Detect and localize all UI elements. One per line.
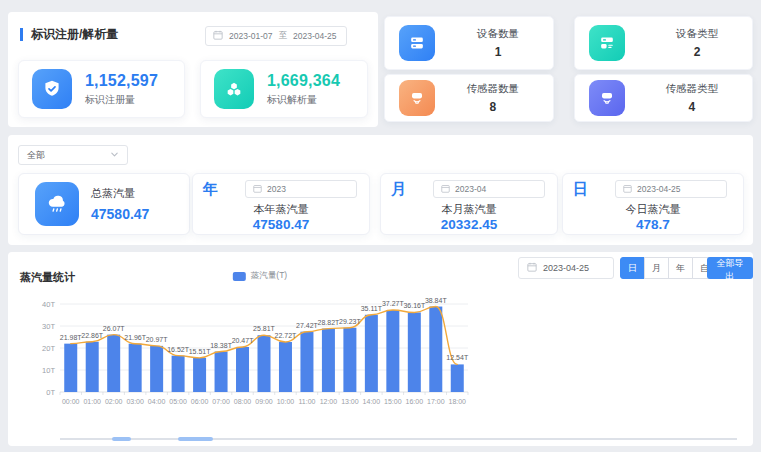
calendar-icon (213, 30, 223, 42)
svg-text:07:00: 07:00 (212, 398, 230, 405)
svg-text:25.81T: 25.81T (253, 325, 276, 332)
device-count-value: 1 (495, 45, 502, 59)
legend-marker (233, 272, 246, 281)
iot-dashboard: { "colors": { "accent": "#2f7cf0", "teal… (0, 0, 761, 452)
svg-text:37.27T: 37.27T (382, 300, 405, 307)
registration-count: 1,152,597 (85, 72, 158, 90)
registration-label: 标识注册量 (85, 93, 158, 107)
calendar-icon (623, 184, 632, 195)
range-button-year[interactable]: 年 (668, 257, 693, 279)
year-steam-card: 年 2023 本年蒸汽量 47580.47 (192, 173, 370, 235)
calendar-icon (441, 184, 450, 195)
svg-text:14:00: 14:00 (363, 398, 381, 405)
sensor-type-value: 4 (688, 100, 695, 114)
svg-text:26.07T: 26.07T (103, 325, 126, 332)
svg-text:20T: 20T (42, 344, 55, 353)
device-type-label: 设备类型 (676, 27, 718, 41)
day-steam-value: 478.7 (563, 217, 743, 232)
calendar-icon (527, 262, 537, 274)
svg-text:20.47T: 20.47T (232, 337, 255, 344)
zoom-slider-handle[interactable] (112, 437, 131, 441)
sensor-icon (399, 80, 435, 116)
month-prefix: 月 (391, 180, 406, 199)
device-type-value: 2 (694, 45, 701, 59)
svg-text:21.98T: 21.98T (60, 334, 83, 341)
export-all-button[interactable]: 全部导出 (707, 257, 753, 279)
svg-text:38.84T: 38.84T (425, 297, 448, 304)
calendar-icon (253, 184, 262, 195)
year-date-value: 2023 (267, 184, 286, 194)
total-steam-label: 总蒸汽量 (91, 186, 149, 201)
meter-filter-select[interactable]: 全部 (18, 145, 128, 165)
svg-text:28.82T: 28.82T (318, 319, 341, 326)
sensor-count-card: 传感器数量 8 (384, 74, 554, 122)
svg-text:15.51T: 15.51T (189, 348, 212, 355)
total-steam-card: 总蒸汽量 47580.47 (18, 173, 190, 235)
hive-icon (214, 69, 254, 109)
id-date-range-picker[interactable]: 2023-01-07 至 2023-04-25 (205, 26, 347, 46)
resolution-label: 标识解析量 (267, 93, 340, 107)
identification-panel-title: 标识注册/解析量 (20, 28, 118, 41)
server-icon (399, 25, 435, 61)
resolution-stat-card: 1,669,364 标识解析量 (200, 60, 368, 118)
svg-text:22.72T: 22.72T (275, 332, 298, 339)
svg-text:16.52T: 16.52T (167, 346, 190, 353)
svg-text:29.23T: 29.23T (339, 318, 362, 325)
sensor-count-value: 8 (489, 100, 496, 114)
svg-text:10T: 10T (42, 366, 55, 375)
sensor-type-card: 传感器类型 4 (574, 74, 753, 122)
resolution-count: 1,669,364 (267, 72, 340, 90)
svg-text:04:00: 04:00 (148, 398, 166, 405)
day-date-value: 2023-04-25 (637, 184, 680, 194)
device-type-card: 设备类型 2 (574, 16, 753, 70)
svg-text:01:00: 01:00 (83, 398, 101, 405)
year-date-input[interactable]: 2023 (245, 180, 357, 198)
day-steam-label: 今日蒸汽量 (563, 202, 743, 217)
svg-text:09:00: 09:00 (255, 398, 273, 405)
svg-text:18.38T: 18.38T (210, 342, 233, 349)
svg-text:12.54T: 12.54T (446, 354, 469, 361)
svg-text:20.97T: 20.97T (146, 336, 169, 343)
svg-text:13:00: 13:00 (341, 398, 359, 405)
month-steam-card: 月 2023-04 本月蒸汽量 20332.45 (380, 173, 558, 235)
month-steam-label: 本月蒸汽量 (381, 202, 557, 217)
year-prefix: 年 (203, 180, 218, 199)
range-button-day[interactable]: 日 (620, 257, 645, 279)
svg-text:06:00: 06:00 (191, 398, 209, 405)
date-range-start: 2023-01-07 (229, 31, 272, 41)
svg-text:12:00: 12:00 (320, 398, 338, 405)
steam-chart-panel: 蒸汽量统计 蒸汽量(T) 2023-04-25 日 月 年 自定义 全部导出 0… (8, 252, 753, 446)
day-date-input[interactable]: 2023-04-25 (615, 180, 727, 198)
svg-text:16:00: 16:00 (406, 398, 424, 405)
meter-filter-value: 全部 (27, 149, 45, 162)
svg-text:05:00: 05:00 (169, 398, 187, 405)
svg-text:08:00: 08:00 (234, 398, 252, 405)
svg-text:27.42T: 27.42T (296, 322, 319, 329)
day-prefix: 日 (573, 180, 588, 199)
chart-date-input[interactable]: 2023-04-25 (518, 257, 614, 279)
svg-text:22.86T: 22.86T (81, 332, 104, 339)
sensor-type-icon (589, 80, 625, 116)
year-steam-value: 47580.47 (193, 217, 369, 232)
date-range-end: 2023-04-25 (293, 31, 336, 41)
chart-date-value: 2023-04-25 (543, 263, 589, 273)
day-steam-card: 日 2023-04-25 今日蒸汽量 478.7 (562, 173, 744, 235)
identification-panel: 标识注册/解析量 2023-01-07 至 2023-04-25 1,152,5… (8, 12, 378, 127)
svg-text:10:00: 10:00 (277, 398, 295, 405)
svg-text:11:00: 11:00 (298, 398, 315, 405)
sensor-type-label: 传感器类型 (666, 82, 719, 96)
svg-text:17:00: 17:00 (427, 398, 445, 405)
steam-chart-svg: 0T10T20T30T40T00:0001:0002:0003:0004:000… (24, 288, 474, 428)
month-date-input[interactable]: 2023-04 (433, 180, 545, 198)
total-steam-value: 47580.47 (91, 206, 149, 222)
chart-zoom-slider[interactable] (60, 438, 737, 440)
sensor-count-label: 传感器数量 (467, 82, 520, 96)
zoom-slider-handle[interactable] (178, 437, 213, 441)
registration-stat-card: 1,152,597 标识注册量 (18, 60, 185, 118)
steam-summary-panel: 全部 总蒸汽量 47580.47 年 2023 本年蒸汽量 47580.47 月… (8, 135, 753, 245)
svg-text:00:00: 00:00 (62, 398, 80, 405)
range-button-month[interactable]: 月 (644, 257, 669, 279)
chart-legend[interactable]: 蒸汽量(T) (233, 270, 287, 282)
shield-check-icon (32, 69, 72, 109)
chart-title: 蒸汽量统计 (20, 270, 75, 285)
